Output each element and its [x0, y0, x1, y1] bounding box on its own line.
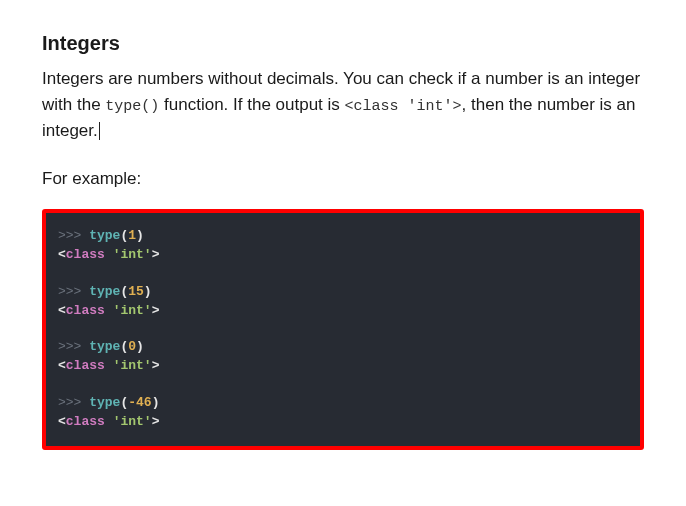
angle-open: <	[58, 303, 66, 318]
angle-open: <	[58, 414, 66, 429]
keyword-type: type	[89, 284, 120, 299]
inline-code-class-int: <class 'int'>	[345, 98, 462, 115]
keyword-type: type	[89, 395, 120, 410]
paren-close: )	[152, 395, 160, 410]
paren-close: )	[144, 284, 152, 299]
example-label: For example:	[42, 166, 644, 192]
code-example-3: >>> type(0) <class 'int'>	[58, 338, 628, 376]
number-literal: 1	[128, 228, 136, 243]
text-cursor	[99, 122, 100, 140]
angle-close: >	[152, 358, 160, 373]
number-literal: 0	[128, 339, 136, 354]
angle-close: >	[152, 303, 160, 318]
inline-code-type: type()	[105, 98, 159, 115]
repl-prompt: >>>	[58, 395, 81, 410]
paren-close: )	[136, 228, 144, 243]
angle-close: >	[152, 247, 160, 262]
intro-paragraph: Integers are numbers without decimals. Y…	[42, 66, 644, 144]
code-example-1: >>> type(1) <class 'int'>	[58, 227, 628, 265]
repl-prompt: >>>	[58, 339, 81, 354]
repl-prompt: >>>	[58, 284, 81, 299]
string-int: 'int'	[113, 358, 152, 373]
heading-integers: Integers	[42, 28, 644, 58]
keyword-class: class	[66, 247, 105, 262]
angle-open: <	[58, 247, 66, 262]
paren-close: )	[136, 339, 144, 354]
keyword-type: type	[89, 228, 120, 243]
string-int: 'int'	[113, 303, 152, 318]
number-literal: -46	[128, 395, 151, 410]
angle-open: <	[58, 358, 66, 373]
keyword-class: class	[66, 414, 105, 429]
code-block: >>> type(1) <class 'int'> >>> type(15) <…	[42, 209, 644, 450]
keyword-class: class	[66, 358, 105, 373]
string-int: 'int'	[113, 414, 152, 429]
code-example-2: >>> type(15) <class 'int'>	[58, 283, 628, 321]
keyword-class: class	[66, 303, 105, 318]
text-part2: function. If the output is	[159, 95, 344, 114]
code-example-4: >>> type(-46) <class 'int'>	[58, 394, 628, 432]
angle-close: >	[152, 414, 160, 429]
repl-prompt: >>>	[58, 228, 81, 243]
keyword-type: type	[89, 339, 120, 354]
number-literal: 15	[128, 284, 144, 299]
string-int: 'int'	[113, 247, 152, 262]
